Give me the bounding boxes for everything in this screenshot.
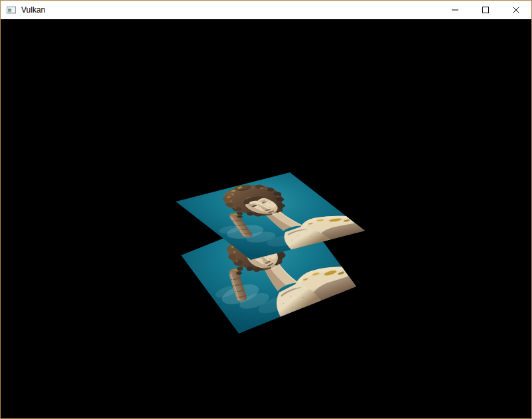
maximize-icon	[482, 7, 489, 13]
app-window-icon	[6, 5, 17, 15]
window-controls	[440, 1, 531, 19]
window-title: Vulkan	[21, 1, 45, 19]
minimize-button[interactable]	[440, 1, 470, 19]
minimize-icon	[452, 7, 458, 13]
maximize-button[interactable]	[470, 1, 501, 19]
titlebar[interactable]: Vulkan	[1, 1, 531, 19]
vulkan-viewport	[1, 19, 531, 418]
close-icon	[513, 7, 519, 13]
vulkan-window: Vulkan	[0, 0, 532, 419]
close-button[interactable]	[501, 1, 531, 19]
render-canvas	[1, 19, 531, 418]
